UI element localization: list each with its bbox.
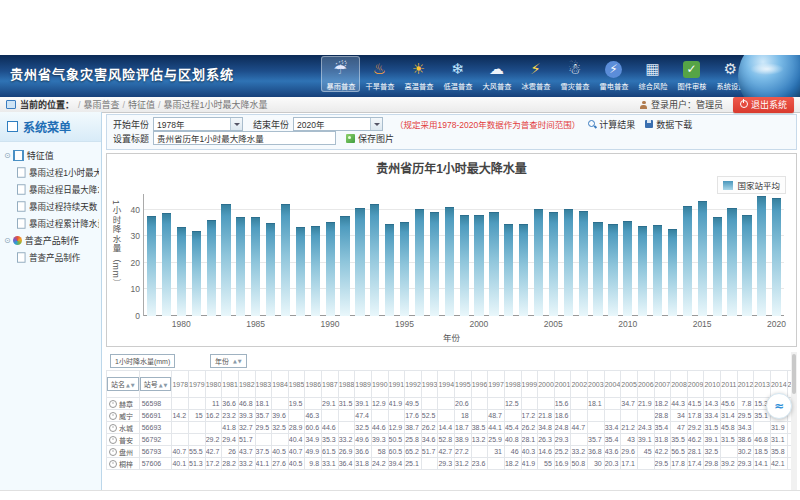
value-cell (388, 410, 405, 422)
sidebar-item-label: 普查产品制作 (29, 251, 80, 263)
data-download-button[interactable]: 数据下载 (645, 118, 692, 131)
value-cell: 17.1 (621, 458, 638, 470)
value-cell: 42.7 (438, 446, 455, 458)
nav-item-rainstorm[interactable]: ☔暴雨普查 (321, 56, 360, 92)
breadcrumb-link[interactable]: 特征值 (128, 100, 155, 110)
sidebar-group-features[interactable]: ⊙特征值 (2, 147, 99, 164)
breadcrumb-link[interactable]: 暴雨过程1小时最大降水量 (164, 100, 268, 110)
value-cell: 38.5 (471, 422, 488, 434)
year-col-header: 1994 (438, 371, 455, 398)
value-cell: 24.2 (371, 458, 388, 470)
value-cell: 50.8 (571, 458, 588, 470)
value-cell: 31.4 (721, 410, 738, 422)
station-radio[interactable] (109, 412, 117, 420)
sidebar-item[interactable]: 暴雨过程1小时最大降水量 (2, 164, 99, 181)
value-cell: 29.2 (687, 422, 704, 434)
end-year-select[interactable]: 2020年 (293, 117, 383, 131)
station-radio[interactable] (109, 424, 117, 432)
value-cell: 25.1 (405, 458, 422, 470)
value-cell: 41.5 (687, 398, 704, 410)
nav-item-high-temp[interactable]: ☀高温普查 (399, 56, 438, 92)
nav-item-risk[interactable]: ▦综合风险 (633, 56, 672, 92)
year-col-header: 2003 (588, 371, 605, 398)
station-name-cell: 赫章 (107, 398, 140, 410)
y-tick-label: 10 (131, 284, 140, 294)
table-scrollbar[interactable] (791, 352, 797, 491)
year-col-header: 1979 (189, 371, 206, 398)
nav-item-label: 图件审核 (677, 81, 706, 91)
chart-legend[interactable]: 国家站平均 (717, 176, 786, 194)
value-cell: 14.3 (704, 398, 721, 410)
value-cell: 26.2 (421, 422, 438, 434)
bar (549, 212, 558, 316)
value-cell (521, 398, 538, 410)
screen: 贵州省气象灾害风险评估与区划系统 ☔暴雨普查♨干旱普查☀高温普查❄低温普查☁大风… (0, 0, 800, 500)
station-id-sort[interactable]: 站号▲▼ (140, 377, 172, 391)
value-cell: 60.5 (388, 446, 405, 458)
nav-item-wind[interactable]: ☁大风普查 (477, 56, 516, 92)
risk-icon: ▦ (642, 58, 664, 80)
chart-title-input[interactable]: 贵州省历年1小时最大降水量 (153, 131, 336, 145)
sidebar-item[interactable]: 暴雨过程累计降水量 (2, 215, 99, 232)
floating-assist-widget[interactable]: ≈ (766, 393, 792, 419)
bar (653, 225, 662, 316)
station-name-sort[interactable]: 站名▲▼ (107, 377, 139, 391)
sidebar-item-label: 暴雨过程累计降水量 (29, 217, 99, 229)
document-icon (17, 167, 26, 177)
sidebar-group-label: 特征值 (27, 149, 54, 162)
swirl-icon: ≈ (774, 399, 784, 413)
value-cell: 31.9 (770, 422, 787, 434)
value-cell: 28.1 (687, 446, 704, 458)
location-icon (6, 100, 16, 109)
value-cell: 29.2 (205, 434, 222, 446)
station-radio[interactable] (109, 400, 117, 408)
station-radio[interactable] (109, 448, 117, 456)
sidebar-item[interactable]: 普查产品制作 (2, 249, 99, 266)
value-cell: 31.1 (770, 434, 787, 446)
measure-filter-box[interactable]: 1小时降水量(mm) (110, 354, 175, 368)
value-cell: 31.5 (721, 434, 738, 446)
title-setting-label: 设置标题 (113, 132, 149, 145)
value-cell (288, 410, 305, 422)
bar (593, 222, 602, 316)
value-cell: 40.7 (288, 446, 305, 458)
top-nav: ☔暴雨普查♨干旱普查☀高温普查❄低温普查☁大风普查⚡冰雹普查☃雪灾普查⚡雷电普查… (321, 56, 750, 92)
nav-item-low-temp[interactable]: ❄低温普查 (438, 56, 477, 92)
station-radio[interactable] (109, 460, 117, 468)
value-cell: 39.6 (272, 410, 289, 422)
sidebar-item[interactable]: 暴雨过程持续天数 (2, 198, 99, 215)
chart-plot: 0102030401980198519901995200020052010201… (143, 194, 784, 316)
chevron-down-icon (230, 118, 242, 130)
value-cell: 23.2 (222, 410, 239, 422)
range-hint: （规定采用1978-2020年数据作为普查时间范围） (395, 118, 580, 130)
logout-button[interactable]: 退出系统 (733, 97, 794, 113)
nav-item-snow[interactable]: ☃雪灾普查 (555, 56, 594, 92)
value-cell (604, 398, 621, 410)
nav-item-hail[interactable]: ⚡冰雹普查 (516, 56, 555, 92)
year-sort-box[interactable]: 年份 ▲▼ (210, 354, 247, 368)
value-cell: 44.1 (488, 422, 505, 434)
value-cell: 38.9 (455, 434, 472, 446)
nav-item-lightning[interactable]: ⚡雷电普查 (594, 56, 633, 92)
header: 贵州省气象灾害风险评估与区划系统 ☔暴雨普查♨干旱普查☀高温普查❄低温普查☁大风… (0, 55, 800, 97)
station-id-cell: 56598 (139, 398, 172, 410)
value-cell: 17.8 (687, 410, 704, 422)
nav-item-drought[interactable]: ♨干旱普查 (360, 56, 399, 92)
sidebar-group-products[interactable]: ⊙普查产品制作 (2, 232, 99, 249)
value-cell: 31.8 (654, 434, 671, 446)
nav-item-label: 高温普查 (404, 81, 433, 91)
station-radio[interactable] (109, 436, 117, 444)
bar (534, 209, 543, 316)
end-year-label: 结束年份 (253, 118, 289, 131)
save-image-button[interactable]: 保存图片 (346, 132, 394, 145)
value-cell: 43.7 (238, 446, 255, 458)
sidebar-item[interactable]: 暴雨过程日最大降水量 (2, 181, 99, 198)
calc-result-button[interactable]: 计算结果 (588, 118, 635, 131)
value-cell: 18.5 (754, 446, 771, 458)
value-cell: 36.6 (355, 446, 372, 458)
map-audit-icon: ✓ (681, 58, 703, 80)
breadcrumb-link[interactable]: 暴雨普查 (84, 100, 120, 110)
nav-item-map-audit[interactable]: ✓图件审核 (672, 56, 711, 92)
value-cell: 44.3 (671, 398, 688, 410)
start-year-select[interactable]: 1978年 (153, 117, 243, 131)
